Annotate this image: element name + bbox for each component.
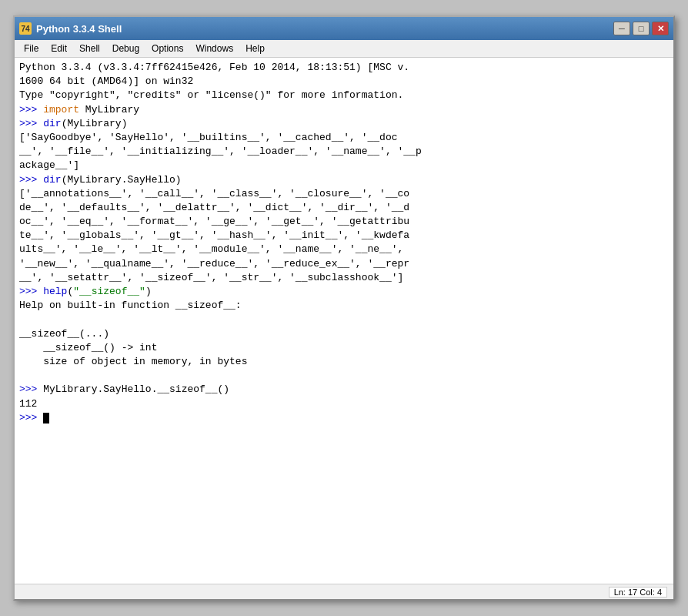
prompt-line-3: >>> dir(MyLibrary.SayHello) [19, 173, 669, 187]
output-dir-1: ['SayGoodbye', 'SayHello', '__builtins__… [19, 131, 669, 145]
output-line-1: Python 3.3.4 (v3.3.4:7ff62415e426, Feb 1… [19, 61, 669, 75]
status-bar: Ln: 17 Col: 4 [15, 584, 673, 599]
menu-options[interactable]: Options [145, 42, 189, 55]
output-dir2-6: '__new__', '__qualname__', '__reduce__',… [19, 257, 669, 271]
cursor [43, 413, 49, 424]
output-help-1: Help on built-in function __sizeof__: [19, 299, 669, 313]
output-dir2-7: __', '__setattr__', '__sizeof__', '__str… [19, 271, 669, 285]
output-dir2-1: ['__annotations__', '__call__', '__class… [19, 187, 669, 201]
output-dir2-4: te__', '__globals__', '__gt__', '__hash_… [19, 229, 669, 243]
output-help-4: size of object in memory, in bytes [19, 355, 669, 369]
output-help-blank2 [19, 369, 669, 383]
output-result-1: 112 [19, 397, 669, 411]
maximize-button[interactable]: □ [633, 22, 650, 35]
menu-help[interactable]: Help [239, 42, 271, 55]
output-dir-3: ackage__'] [19, 159, 669, 172]
prompt-line-2: >>> dir(MyLibrary) [19, 117, 669, 131]
main-window: 74 Python 3.3.4 Shell ─ □ ✕ File Edit Sh… [13, 15, 675, 601]
menu-windows[interactable]: Windows [189, 42, 239, 55]
output-help-3: __sizeof__() -> int [19, 341, 669, 355]
output-line-2: 1600 64 bit (AMD64)] on win32 [19, 75, 669, 89]
app-icon: 74 [19, 22, 32, 35]
output-dir2-3: oc__', '__eq__', '__format__', '__ge__',… [19, 215, 669, 229]
minimize-button[interactable]: ─ [613, 22, 630, 35]
menu-debug[interactable]: Debug [106, 42, 145, 55]
title-bar-left: 74 Python 3.3.4 Shell [19, 22, 122, 35]
output-help-blank [19, 313, 669, 326]
output-line-3: Type "copyright", "credits" or "license(… [19, 89, 669, 102]
shell-output[interactable]: Python 3.3.4 (v3.3.4:7ff62415e426, Feb 1… [15, 58, 673, 584]
prompt-line-5: >>> MyLibrary.SayHello.__sizeof__() [19, 383, 669, 397]
title-buttons: ─ □ ✕ [613, 22, 669, 35]
prompt-line-1: >>> import MyLibrary [19, 103, 669, 117]
title-bar: 74 Python 3.3.4 Shell ─ □ ✕ [15, 17, 673, 40]
window-title: Python 3.3.4 Shell [36, 23, 122, 35]
menu-shell[interactable]: Shell [73, 42, 106, 55]
output-dir2-5: ults__', '__le__', '__lt__', '__module__… [19, 243, 669, 256]
menu-bar: File Edit Shell Debug Options Windows He… [15, 40, 673, 58]
output-dir-2: __', '__file__', '__initializing__', '__… [19, 145, 669, 159]
menu-file[interactable]: File [18, 42, 45, 55]
prompt-line-4: >>> help("__sizeof__") [19, 285, 669, 299]
menu-edit[interactable]: Edit [45, 42, 73, 55]
close-button[interactable]: ✕ [652, 22, 669, 35]
output-help-2: __sizeof__(...) [19, 327, 669, 341]
prompt-line-6: >>> [19, 411, 669, 425]
output-dir2-2: de__', '__defaults__', '__delattr__', '_… [19, 201, 669, 215]
cursor-position: Ln: 17 Col: 4 [609, 587, 667, 598]
